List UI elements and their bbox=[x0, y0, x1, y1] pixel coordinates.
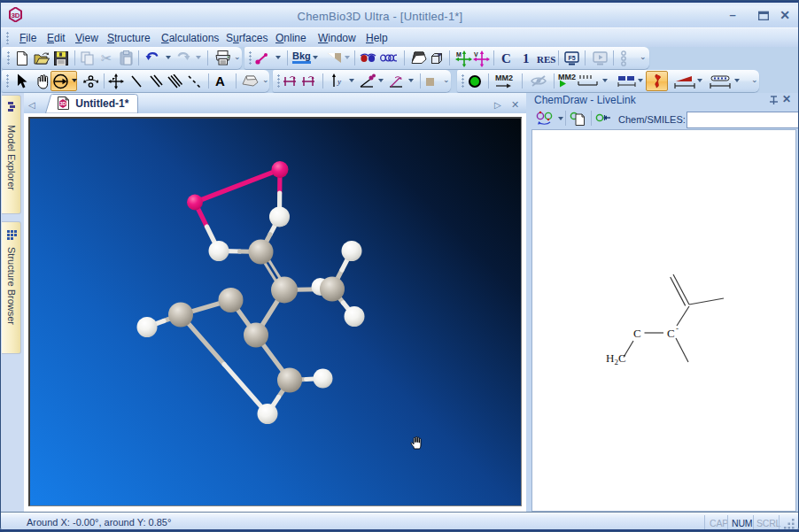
svg-text:-: - bbox=[676, 324, 679, 333]
svg-text:F5: F5 bbox=[568, 55, 575, 61]
svg-text:C: C bbox=[667, 327, 675, 340]
svg-text:y: y bbox=[337, 77, 341, 86]
svg-text:V: V bbox=[474, 51, 478, 58]
svg-text:3D: 3D bbox=[59, 101, 66, 106]
svg-text:M: M bbox=[456, 51, 462, 58]
svg-text:C: C bbox=[633, 327, 641, 340]
svg-text:H2C: H2C bbox=[606, 351, 626, 366]
